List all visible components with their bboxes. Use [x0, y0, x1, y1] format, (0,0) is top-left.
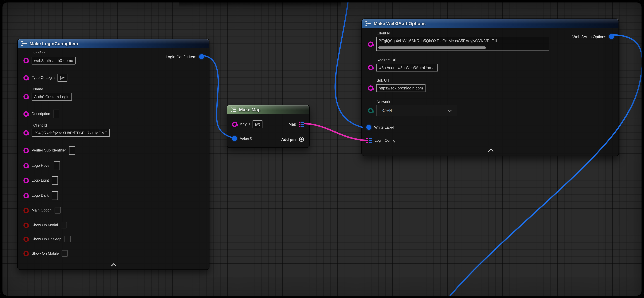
pin-label-white-label: White Label: [374, 125, 394, 129]
field-horizontal-scrollbar[interactable]: [378, 46, 486, 49]
wire-map-to-login-config[interactable]: [305, 124, 367, 140]
node-header[interactable]: Make LoginConfigItem: [18, 39, 209, 48]
pin-main-option[interactable]: [24, 208, 29, 213]
node-header[interactable]: Make Web3AuthOptions: [362, 19, 618, 28]
node-title: Make Web3AuthOptions: [374, 21, 426, 26]
pin-show-on-mobile[interactable]: [24, 251, 29, 256]
map-pin-icon[interactable]: [366, 138, 372, 143]
pin-client-id[interactable]: [368, 41, 373, 46]
map-pin-icon[interactable]: [299, 122, 304, 127]
field-verifier[interactable]: web3auth-auth0-demo: [32, 56, 76, 64]
field-logo-dark[interactable]: [52, 191, 58, 200]
pin-row-show-on-modal: Show On Modal: [24, 221, 67, 229]
pin-row-network: CYAN: [368, 105, 457, 116]
field-name[interactable]: Auth0 Custom Login: [32, 92, 72, 100]
pin-label-main-option: Main Option: [32, 208, 52, 212]
pin-label-key-0: Key 0: [240, 122, 250, 126]
field-logo-hover[interactable]: [54, 161, 60, 170]
output-label: Map: [288, 122, 296, 126]
checkbox-show-on-mobile[interactable]: [62, 250, 68, 257]
pin-logo-hover[interactable]: [24, 163, 29, 168]
pin-login-config-item-output[interactable]: [199, 54, 204, 59]
pin-label-show-on-mobile: Show On Mobile: [32, 252, 59, 256]
field-sdk-url[interactable]: https://sdk.openlogin.com: [376, 84, 426, 92]
pin-network[interactable]: [368, 108, 373, 113]
add-pin-button[interactable]: Add pin: [281, 135, 304, 144]
pin-show-on-desktop[interactable]: [24, 236, 29, 242]
node-header[interactable]: Make Map: [227, 105, 309, 114]
pin-label-logo-dark: Logo Dark: [32, 194, 49, 198]
field-client-id[interactable]: 294QRkchfq2YaXUbPri7D6PH7xzHgQMT: [32, 129, 110, 136]
node-title: Make Map: [239, 107, 261, 112]
pin-label-verifier-sub-identifier: Verifier Sub Identifier: [32, 148, 66, 152]
pin-type-of-login[interactable]: [24, 75, 29, 80]
pin-label-client-id: Client Id: [33, 123, 47, 128]
pin-row-login-config: Login Config: [366, 136, 396, 145]
make-struct-icon: [21, 41, 27, 46]
offscreen-node-shadow: [178, 0, 341, 7]
field-key-0[interactable]: jwt: [253, 120, 262, 128]
pin-redirect-url[interactable]: [368, 65, 373, 70]
pin-logo-light[interactable]: [24, 178, 29, 183]
blueprint-editor: Make LoginConfigItem Login Config Item V…: [0, 0, 644, 298]
pin-label-logo-hover: Logo Hover: [32, 164, 51, 168]
pin-value-0[interactable]: [232, 136, 237, 141]
chevron-down-icon: [448, 110, 452, 112]
pin-verifier-sub-identifier[interactable]: [24, 148, 29, 153]
pin-label-description: Description: [32, 112, 50, 116]
field-logo-light[interactable]: [52, 176, 58, 184]
pin-row-value-0: Value 0: [232, 134, 252, 142]
field-type-of-login[interactable]: jwt: [58, 74, 67, 82]
pin-row-logo-light: Logo Light: [24, 176, 58, 184]
pin-row-client-id: 294QRkchfq2YaXUbPri7D6PH7xzHgQMT: [24, 128, 110, 137]
pin-sdk-url[interactable]: [368, 85, 373, 90]
pin-key-0[interactable]: [232, 122, 237, 127]
pin-name[interactable]: [24, 94, 29, 99]
collapse-chevron-icon[interactable]: [488, 149, 494, 152]
checkbox-show-on-desktop[interactable]: [64, 236, 70, 242]
pin-row-show-on-desktop: Show On Desktop: [24, 235, 70, 243]
pin-row-key-0: Key 0 jwt: [232, 120, 262, 128]
add-pin-icon: [298, 136, 304, 142]
field-description[interactable]: [53, 110, 59, 118]
field-client-id[interactable]: BEglQSgt4cUWcj6SKRdu5QkOXTsePmMcusG5EAoy…: [376, 37, 549, 51]
wire-offscreen-to-white-label[interactable]: [335, 0, 362, 127]
pin-row-description: Description: [24, 110, 59, 118]
output-map[interactable]: Map: [288, 120, 304, 128]
output-login-config-item[interactable]: Login Config Item: [166, 52, 204, 61]
pin-verifier[interactable]: [24, 58, 29, 63]
make-struct-icon: [365, 21, 372, 26]
pin-show-on-modal[interactable]: [24, 222, 29, 228]
pin-white-label[interactable]: [366, 125, 372, 130]
pin-description[interactable]: [24, 111, 29, 116]
pin-logo-dark[interactable]: [24, 193, 29, 198]
pin-row-logo-dark: Logo Dark: [24, 192, 58, 200]
pin-row-verifier: web3auth-auth0-demo: [24, 56, 76, 64]
node-make-loginconfigitem[interactable]: Make LoginConfigItem Login Config Item V…: [17, 39, 210, 270]
pin-web3auth-options-output[interactable]: [609, 34, 614, 39]
output-web3auth-options[interactable]: Web 3Auth Options: [572, 32, 614, 41]
node-make-map[interactable]: Make Map Key 0 jwt Map Value 0 Add pin: [227, 105, 310, 148]
network-dropdown[interactable]: CYAN: [376, 105, 457, 116]
node-title: Make LoginConfigItem: [30, 41, 78, 46]
pin-row-show-on-mobile: Show On Mobile: [24, 249, 68, 258]
output-label: Login Config Item: [166, 54, 196, 59]
pin-label-name: Name: [33, 87, 43, 92]
pin-label-logo-light: Logo Light: [32, 178, 49, 182]
pin-row-main-option: Main Option: [24, 206, 61, 214]
output-label: Web 3Auth Options: [572, 34, 606, 39]
pin-row-type-of-login: Type Of Login jwt: [24, 74, 67, 82]
collapse-chevron-icon[interactable]: [111, 263, 117, 266]
node-make-web3authoptions[interactable]: Make Web3AuthOptions Web 3Auth Options C…: [362, 18, 619, 156]
field-redirect-url[interactable]: w3a://com.w3a.Web3AuthUnreal: [376, 64, 438, 71]
make-map-icon: [230, 107, 236, 112]
field-verifier-sub-identifier[interactable]: [69, 146, 75, 154]
checkbox-show-on-modal[interactable]: [61, 222, 67, 228]
pin-row-name: Auth0 Custom Login: [24, 92, 72, 101]
pin-label-redirect-url: Redirect Url: [376, 58, 396, 62]
pin-label-sdk-url: Sdk Url: [376, 78, 389, 83]
blueprint-canvas[interactable]: Make LoginConfigItem Login Config Item V…: [0, 0, 644, 298]
pin-client-id[interactable]: [24, 130, 29, 135]
checkbox-main-option[interactable]: [54, 207, 61, 214]
pin-row-redirect-url: w3a://com.w3a.Web3AuthUnreal: [368, 63, 438, 72]
